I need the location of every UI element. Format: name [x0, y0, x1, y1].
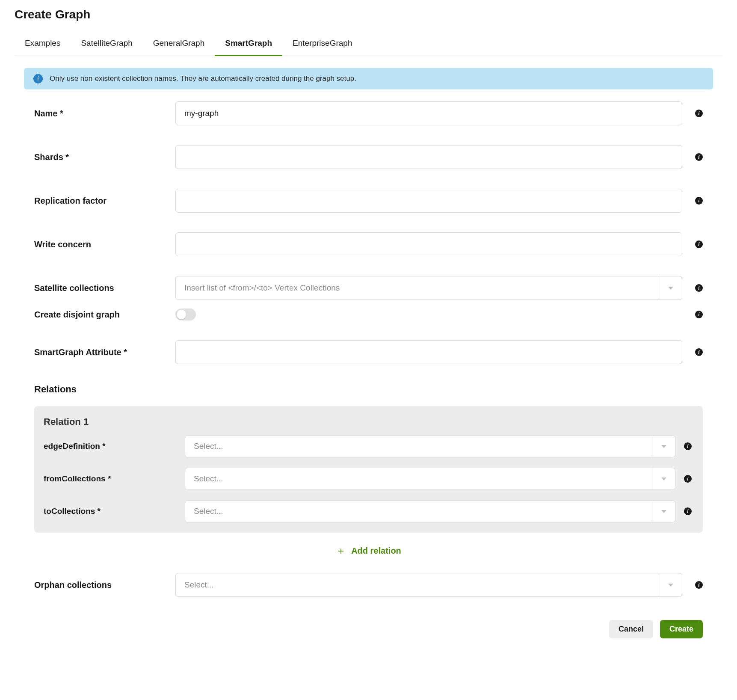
name-input[interactable]: [175, 101, 682, 125]
label-smartgraph-attribute: SmartGraph Attribute *: [34, 347, 167, 357]
help-icon-write-concern[interactable]: i: [695, 240, 703, 248]
edge-definition-select[interactable]: Select...: [185, 435, 675, 457]
to-collections-select[interactable]: Select...: [185, 500, 675, 522]
tab-smart-graph[interactable]: SmartGraph: [215, 33, 282, 56]
help-icon-satellite[interactable]: i: [695, 284, 703, 292]
label-replication-factor: Replication factor: [34, 196, 167, 206]
from-collections-placeholder: Select...: [194, 474, 223, 483]
to-collections-placeholder: Select...: [194, 507, 223, 516]
chevron-down-icon: [652, 468, 675, 489]
info-banner-text: Only use non-existent collection names. …: [50, 74, 356, 83]
help-icon-edge-definition[interactable]: i: [684, 442, 692, 450]
help-icon-from-collections[interactable]: i: [684, 475, 692, 483]
from-collections-select[interactable]: Select...: [185, 468, 675, 490]
tab-enterprise-graph[interactable]: EnterpriseGraph: [282, 33, 362, 56]
help-icon-smart-attr[interactable]: i: [695, 348, 703, 356]
label-name: Name *: [34, 109, 167, 119]
form-section: Name * i Shards * i Replication factor i…: [15, 101, 722, 597]
tab-satellite-graph[interactable]: SatelliteGraph: [71, 33, 142, 56]
orphan-collections-placeholder: Select...: [184, 580, 214, 590]
disjoint-toggle[interactable]: [175, 308, 196, 320]
cancel-button[interactable]: Cancel: [609, 620, 653, 638]
edge-definition-placeholder: Select...: [194, 442, 223, 451]
help-icon-to-collections[interactable]: i: [684, 507, 692, 515]
create-button[interactable]: Create: [660, 620, 703, 638]
chevron-down-icon: [659, 276, 682, 300]
satellite-collections-placeholder: Insert list of <from>/<to> Vertex Collec…: [184, 283, 340, 293]
footer-actions: Cancel Create: [15, 617, 722, 638]
plus-icon: ＋: [336, 546, 346, 556]
label-edge-definition: edgeDefinition *: [44, 442, 176, 451]
chevron-down-icon: [652, 436, 675, 457]
satellite-collections-select[interactable]: Insert list of <from>/<to> Vertex Collec…: [175, 276, 682, 300]
label-from-collections: fromCollections *: [44, 474, 176, 483]
help-icon-replication[interactable]: i: [695, 197, 703, 205]
help-icon-name[interactable]: i: [695, 110, 703, 117]
chevron-down-icon: [659, 573, 682, 596]
relation-card-1: Relation 1 edgeDefinition * Select... i …: [34, 406, 703, 533]
tabs: Examples SatelliteGraph GeneralGraph Sma…: [15, 33, 722, 56]
label-disjoint: Create disjoint graph: [34, 310, 167, 320]
help-icon-disjoint[interactable]: i: [695, 311, 703, 318]
help-icon-orphan[interactable]: i: [695, 581, 703, 589]
relations-heading: Relations: [34, 384, 703, 395]
tab-general-graph[interactable]: GeneralGraph: [143, 33, 215, 56]
chevron-down-icon: [652, 501, 675, 522]
help-icon-shards[interactable]: i: [695, 153, 703, 161]
label-shards: Shards *: [34, 152, 167, 162]
orphan-collections-select[interactable]: Select...: [175, 573, 682, 597]
label-write-concern: Write concern: [34, 240, 167, 249]
info-banner: i Only use non-existent collection names…: [24, 68, 713, 89]
page-title: Create Graph: [15, 8, 722, 21]
label-to-collections: toCollections *: [44, 507, 176, 516]
shards-input[interactable]: [175, 145, 682, 169]
tab-examples[interactable]: Examples: [15, 33, 71, 56]
info-icon: i: [33, 74, 43, 83]
replication-factor-input[interactable]: [175, 189, 682, 213]
smartgraph-attribute-input[interactable]: [175, 340, 682, 364]
label-satellite-collections: Satellite collections: [34, 283, 167, 293]
add-relation-button[interactable]: ＋ Add relation: [34, 546, 703, 556]
add-relation-label: Add relation: [351, 546, 401, 556]
label-orphan-collections: Orphan collections: [34, 580, 167, 590]
write-concern-input[interactable]: [175, 232, 682, 256]
relation-1-title: Relation 1: [44, 416, 693, 427]
